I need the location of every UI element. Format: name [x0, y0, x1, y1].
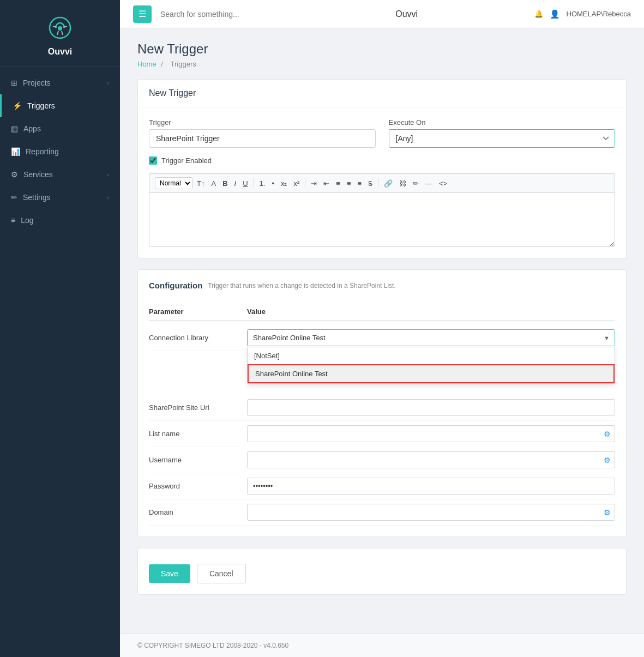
- italic-btn[interactable]: I: [232, 178, 239, 189]
- sidebar-item-reporting[interactable]: 📊 Reporting: [0, 140, 120, 163]
- bold-btn[interactable]: B: [220, 178, 230, 189]
- config-subtitle: Trigger that runs when a change is detec…: [208, 282, 395, 290]
- dropdown-option-sharepoint[interactable]: SharePoint Online Test: [248, 364, 615, 383]
- sidebar-item-projects[interactable]: ⊞ Projects ‹: [0, 71, 120, 94]
- value-col-header: Value: [247, 308, 615, 316]
- connection-library-select[interactable]: [NotSet] SharePoint Online Test: [247, 329, 615, 346]
- source-btn[interactable]: <>: [437, 178, 449, 189]
- reporting-icon: 📊: [11, 147, 20, 156]
- breadcrumb-separator: /: [161, 60, 163, 68]
- user-label: HOMELAP\Rebecca: [567, 10, 631, 18]
- sidebar-item-label: Log: [21, 216, 33, 225]
- align-left-btn[interactable]: ≡: [334, 178, 342, 189]
- param-row-domain: Domain ⚙: [149, 499, 615, 526]
- editor-container: Normal H1H2H3 T↑ A B I U 1. • x₂ x²: [149, 173, 615, 247]
- trigger-form-row: Trigger Execute On [Any] Server1 Server2: [149, 118, 615, 148]
- domain-input[interactable]: [247, 504, 615, 521]
- sharepoint-url-input-wrap: [247, 399, 615, 416]
- subscript-btn[interactable]: x₂: [279, 178, 290, 189]
- list-name-gear-icon[interactable]: ⚙: [604, 430, 611, 438]
- trigger-label: Trigger: [149, 118, 376, 126]
- footer-text: © COPYRIGHT SIMEGO LTD 2008-2020 - v4.0.…: [137, 642, 288, 649]
- param-row-list-name: List name ⚙: [149, 421, 615, 447]
- topbar-title: Ouvvi: [288, 9, 526, 19]
- link-btn[interactable]: 🔗: [382, 178, 395, 189]
- sidebar-logo: Ouvvi: [0, 0, 120, 67]
- page-title: New Trigger: [137, 41, 627, 57]
- font-size-btn[interactable]: T↑: [195, 178, 207, 189]
- password-input[interactable]: [247, 478, 615, 495]
- trigger-enabled-row: Trigger Enabled: [149, 156, 615, 165]
- notification-icon[interactable]: 🔔: [534, 10, 543, 18]
- sidebar-item-label: Projects: [23, 79, 51, 87]
- app-logo-icon: [45, 13, 75, 43]
- eraser-btn[interactable]: ✏: [411, 178, 421, 189]
- menu-button[interactable]: ☰: [133, 5, 152, 23]
- toolbar-divider-1: [254, 178, 254, 188]
- username-gear-icon[interactable]: ⚙: [604, 456, 611, 465]
- save-button[interactable]: Save: [149, 564, 190, 583]
- format-select[interactable]: Normal H1H2H3: [155, 177, 192, 189]
- connection-library-dropdown: [NotSet] SharePoint Online Test: [247, 347, 615, 384]
- param-table-header: Parameter Value: [149, 303, 615, 321]
- toolbar-divider-2: [305, 178, 305, 188]
- param-row-username: Username ⚙: [149, 447, 615, 473]
- strikethrough-btn[interactable]: S̶: [366, 178, 375, 189]
- app-name: Ouvvi: [48, 47, 72, 57]
- username-input[interactable]: [247, 451, 615, 468]
- footer: © COPYRIGHT SIMEGO LTD 2008-2020 - v4.0.…: [120, 634, 644, 657]
- editor-toolbar: Normal H1H2H3 T↑ A B I U 1. • x₂ x²: [149, 173, 615, 192]
- sidebar-item-label: Settings: [23, 193, 51, 202]
- sidebar-item-label: Apps: [23, 124, 41, 133]
- sidebar-item-log[interactable]: ≡ Log: [0, 209, 120, 232]
- list-name-value: ⚙: [247, 425, 615, 442]
- sidebar-item-apps[interactable]: ▦ Apps: [0, 117, 120, 140]
- breadcrumb-current: Triggers: [171, 60, 196, 68]
- param-col-header: Parameter: [149, 308, 247, 316]
- sidebar-item-triggers[interactable]: ⚡ Triggers: [0, 94, 120, 117]
- page-content: New Trigger Home / Triggers New Trigger …: [120, 28, 644, 634]
- indent-btn[interactable]: ⇥: [309, 178, 319, 189]
- connection-library-select-wrap: [NotSet] SharePoint Online Test ▼: [247, 329, 615, 346]
- unordered-list-btn[interactable]: •: [269, 178, 276, 189]
- hr-btn[interactable]: —: [423, 178, 435, 189]
- triggers-icon: ⚡: [13, 101, 22, 110]
- sidebar-item-settings[interactable]: ✏ Settings ‹: [0, 186, 120, 209]
- unlink-btn[interactable]: ⛓: [397, 178, 408, 189]
- trigger-card: New Trigger Trigger Execute On [Any] Ser…: [137, 79, 627, 258]
- password-label: Password: [149, 482, 247, 490]
- editor-area[interactable]: [149, 192, 615, 247]
- sidebar-item-services[interactable]: ⚙ Services ‹: [0, 163, 120, 186]
- cancel-button[interactable]: Cancel: [197, 564, 246, 583]
- align-center-btn[interactable]: ≡: [345, 178, 353, 189]
- param-row-sharepoint-url: SharePoint Site Url: [149, 395, 615, 421]
- configuration-card-body: Configuration Trigger that runs when a c…: [138, 270, 626, 537]
- ordered-list-btn[interactable]: 1.: [257, 178, 268, 189]
- dropdown-option-notset[interactable]: [NotSet]: [248, 347, 615, 364]
- outdent-btn[interactable]: ⇤: [321, 178, 332, 189]
- align-right-btn[interactable]: ≡: [355, 178, 364, 189]
- execute-on-select[interactable]: [Any] Server1 Server2: [389, 129, 616, 148]
- superscript-btn[interactable]: x²: [291, 178, 302, 189]
- search-input[interactable]: [160, 10, 279, 19]
- chevron-icon: ‹: [107, 171, 109, 178]
- param-table: Parameter Value Connection Library [NotS…: [149, 303, 615, 526]
- username-label: Username: [149, 456, 247, 464]
- underline-btn[interactable]: U: [240, 178, 250, 189]
- domain-gear-icon[interactable]: ⚙: [604, 508, 611, 517]
- list-name-input[interactable]: [247, 425, 615, 442]
- param-row-connection-library: Connection Library [NotSet] SharePoint O…: [149, 325, 615, 351]
- breadcrumb-home[interactable]: Home: [137, 60, 157, 68]
- btn-row: Save Cancel: [149, 564, 615, 583]
- topbar-right: 🔔 👤 HOMELAP\Rebecca: [534, 9, 631, 19]
- trigger-name-input[interactable]: [149, 129, 376, 148]
- sidebar-nav: ⊞ Projects ‹ ⚡ Triggers ▦ Apps 📊 Reporti…: [0, 67, 120, 657]
- sharepoint-url-input[interactable]: [247, 399, 615, 416]
- projects-icon: ⊞: [11, 79, 17, 87]
- trigger-name-group: Trigger: [149, 118, 376, 148]
- trigger-enabled-checkbox[interactable]: [149, 156, 157, 165]
- font-color-btn[interactable]: A: [209, 178, 218, 189]
- actions-card-body: Save Cancel: [138, 548, 626, 594]
- chevron-icon: ‹: [107, 194, 109, 201]
- user-icon: 👤: [550, 9, 560, 19]
